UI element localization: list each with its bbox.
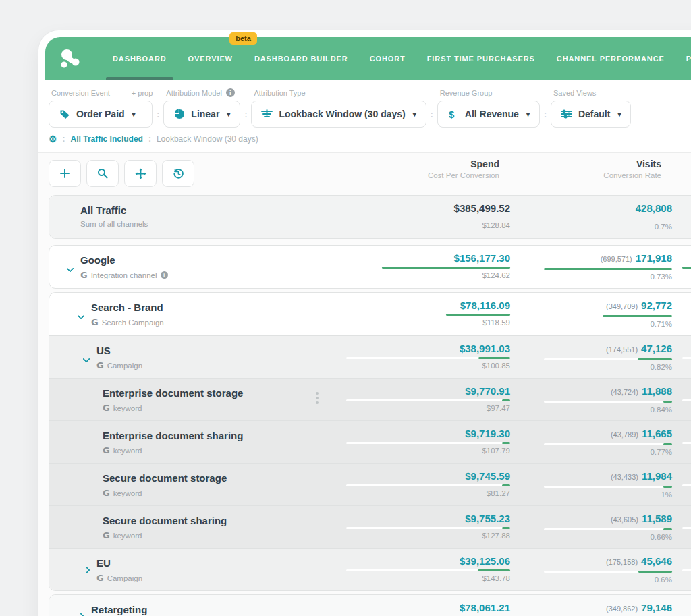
spend-value: $9,745.59 — [346, 470, 510, 482]
tab-cohort[interactable]: COHORT — [359, 37, 416, 80]
visits-cell: (349,862)79,146 0.75% — [522, 601, 672, 616]
table-row-secure-document-storage[interactable]: Secure document storage G keyword $9,745… — [49, 463, 691, 505]
spend-cell: $78,061.21 $131.30 — [346, 601, 510, 616]
cost-per-conversion-value: $127.88 — [346, 532, 510, 540]
spend-cell: $9,770.91 $97.47 — [346, 385, 510, 412]
info-icon[interactable]: i — [161, 271, 168, 279]
move-button[interactable] — [124, 160, 157, 187]
search-icon — [97, 168, 108, 179]
cost-per-conversion-value: $124.62 — [346, 271, 510, 279]
google-icon: G — [96, 360, 104, 370]
search-button[interactable] — [86, 160, 119, 187]
filter-group: Conversion Event+ propOrder Paid▾ — [49, 89, 153, 128]
dropdown-saved-views[interactable]: Default▾ — [551, 101, 631, 128]
row-subtitle: G keyword — [103, 530, 142, 540]
chevron-down-icon[interactable] — [66, 264, 74, 272]
visits-bar — [544, 528, 672, 530]
drag-handle-icon[interactable] — [316, 392, 319, 404]
conversion-rate-value: 0.82% — [522, 363, 672, 371]
visits-cell: (175,158)45,646 0.6% — [522, 555, 672, 584]
row-title: Secure document sharing — [103, 515, 227, 526]
history-button[interactable] — [162, 160, 194, 187]
row-title: All Traffic — [80, 204, 126, 216]
equalizer-icon — [561, 109, 572, 119]
tab-paths[interactable]: PATHS — [675, 37, 691, 80]
filter-separator: : — [240, 110, 251, 128]
column-header-spend[interactable]: Spend Cost Per Conversion — [337, 159, 499, 179]
attribution-table: All Traffic Sum of all channels $385,499… — [49, 195, 691, 616]
table-row-all-traffic[interactable]: All Traffic Sum of all channels $385,499… — [49, 196, 691, 238]
table-row-google[interactable]: Google G Integration channel i $156,177.… — [49, 246, 691, 288]
dropdown-value: Linear — [191, 109, 219, 119]
tab-dashboard-builder[interactable]: DASHBOARD BUILDER — [244, 37, 359, 80]
column-header-visits[interactable]: Visits Conversion Rate — [499, 159, 661, 179]
visits-total: (43,789) — [611, 430, 638, 439]
chevron-right-icon[interactable] — [82, 566, 90, 573]
table-row-search---brand[interactable]: Search - Brand G Search Campaign $78,116… — [49, 293, 691, 335]
chevron-down-icon[interactable] — [77, 312, 84, 319]
conversion-rate-value: 0.7% — [522, 223, 672, 231]
table-row-enterprise-document-storage[interactable]: Enterprise document storage G keyword $9… — [49, 378, 691, 420]
dropdown-conversion-event[interactable]: Order Paid▾ — [49, 101, 153, 128]
google-icon: G — [96, 573, 104, 583]
add-property-button[interactable]: + prop — [132, 89, 153, 97]
filter-label: Attribution Type — [254, 89, 426, 97]
spend-cell: $156,177.30 $124.62 — [346, 252, 510, 279]
row-subtitle: G Integration channel i — [80, 270, 168, 280]
dropdown-revenue-group[interactable]: $All Revenue▾ — [437, 101, 540, 128]
add-button[interactable] — [49, 160, 81, 187]
google-icon: G — [80, 270, 88, 280]
row-subtitle: G keyword — [103, 403, 142, 413]
table-row-retargeting[interactable]: Retargeting G Campaign $78,061.21 $131.3… — [49, 595, 691, 616]
next-column-bar — [682, 527, 691, 529]
cost-per-conversion-value: $81.27 — [346, 489, 510, 497]
cost-per-conversion-value: $100.85 — [346, 362, 510, 370]
table-row-enterprise-document-sharing[interactable]: Enterprise document sharing G keyword $9… — [49, 420, 691, 463]
chevron-down-icon[interactable] — [82, 355, 90, 362]
visits-value: 428,808 — [636, 202, 672, 214]
filter-label-text: Revenue Group — [440, 89, 493, 97]
table-row-eu[interactable]: EU G Campaign $39,125.06 $143.78 (175,15… — [49, 548, 691, 590]
dropdown-attribution-type[interactable]: Lookback Window (30 days)▾ — [251, 101, 426, 128]
tab-first-time-purchasers[interactable]: FIRST TIME PURCHASERS — [416, 37, 546, 80]
spend-bar — [346, 357, 510, 359]
filter-separator: : — [153, 110, 163, 128]
traffic-filter-link[interactable]: All Traffic Included — [71, 134, 143, 144]
spend-value: $156,177.30 — [346, 252, 510, 264]
filter-bar: Conversion Event+ propOrder Paid▾:Attrib… — [38, 80, 691, 128]
spend-cell: $9,755.23 $127.88 — [346, 512, 510, 540]
spend-bar — [346, 569, 510, 571]
spend-bar — [346, 527, 510, 529]
tab-channel-performance[interactable]: CHANNEL PERFORMANCE — [546, 37, 675, 80]
tab-label: DASHBOARD BUILDER — [254, 55, 348, 63]
conversion-rate-value: 0.66% — [522, 533, 672, 541]
next-column-bar — [682, 267, 691, 269]
pie-icon — [173, 109, 185, 119]
dropdown-attribution-model[interactable]: Linear▾ — [163, 101, 240, 128]
table-row-us[interactable]: US G Campaign $38,991.03 $100.85 (174,55… — [49, 335, 691, 378]
tab-dashboard[interactable]: DASHBOARD — [102, 37, 177, 80]
table-row-secure-document-sharing[interactable]: Secure document sharing G keyword $9,755… — [49, 505, 691, 548]
status-separator: : — [148, 134, 151, 144]
gear-icon[interactable]: ⚙ — [49, 134, 57, 144]
dropdown-value: Lookback Window (30 days) — [279, 109, 405, 119]
column-title: Spend — [337, 159, 499, 169]
tab-label: CHANNEL PERFORMANCE — [557, 55, 665, 63]
visits-total: (175,158) — [606, 558, 638, 566]
app-logo-icon[interactable] — [59, 47, 83, 70]
conversion-rate-value: 0.77% — [522, 448, 672, 456]
tab-overview[interactable]: OVERVIEWbeta — [177, 37, 244, 80]
dollar-icon: $ — [447, 109, 459, 120]
chevron-right-icon[interactable] — [77, 613, 84, 616]
visits-value: 11,589 — [642, 513, 672, 524]
sliders-icon — [261, 109, 273, 119]
info-icon[interactable]: i — [226, 88, 235, 97]
filter-group: Revenue Group$All Revenue▾ — [437, 89, 540, 128]
visits-total: (349,709) — [606, 302, 638, 310]
dropdown-value: Order Paid — [76, 109, 125, 119]
move-icon — [135, 168, 146, 179]
spend-cell: $9,745.59 $81.27 — [346, 470, 510, 497]
chevron-down-icon: ▾ — [132, 111, 136, 118]
filter-label: Attribution Modeli — [166, 88, 240, 97]
tab-label: DASHBOARD — [113, 55, 167, 63]
